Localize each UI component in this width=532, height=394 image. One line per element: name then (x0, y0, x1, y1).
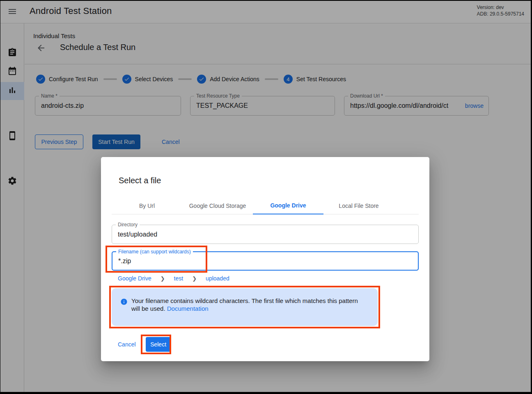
tab-google-drive[interactable]: Google Drive (253, 197, 323, 214)
dialog-actions: Cancel Select (118, 337, 171, 352)
filename-input[interactable] (118, 252, 414, 270)
directory-input[interactable] (118, 225, 414, 244)
filename-field: Filename (can support wildcards) (112, 251, 419, 271)
breadcrumb-test-link[interactable]: test (174, 275, 183, 282)
drive-breadcrumb: Google Drive ❯ test ❯ uploaded (118, 275, 229, 282)
select-file-dialog: Select a file By Url Google Cloud Storag… (101, 157, 429, 361)
wildcard-info-text: Your filename contains wildcard characte… (131, 297, 365, 312)
app-window: Android Test Station Version: dev ADB: 2… (0, 0, 532, 394)
chevron-right-icon: ❯ (161, 276, 165, 282)
dialog-select-button[interactable]: Select (146, 337, 171, 352)
dialog-title: Select a file (119, 176, 161, 185)
file-source-tabs: By Url Google Cloud Storage Google Drive… (112, 197, 419, 214)
chevron-right-icon: ❯ (192, 276, 197, 282)
dialog-cancel-button[interactable]: Cancel (118, 341, 136, 348)
directory-field: Directory (112, 225, 419, 244)
tab-by-url[interactable]: By Url (112, 197, 182, 214)
info-message: Your filename contains wildcard characte… (131, 297, 358, 312)
breadcrumb-root-link[interactable]: Google Drive (118, 275, 151, 282)
wildcard-info-banner: Your filename contains wildcard characte… (112, 288, 378, 326)
documentation-link[interactable]: Documentation (167, 305, 209, 312)
breadcrumb-uploaded-link[interactable]: uploaded (206, 275, 229, 282)
tab-google-cloud-storage[interactable]: Google Cloud Storage (182, 197, 253, 214)
tab-local-file-store[interactable]: Local File Store (323, 197, 394, 214)
info-icon (120, 298, 128, 305)
